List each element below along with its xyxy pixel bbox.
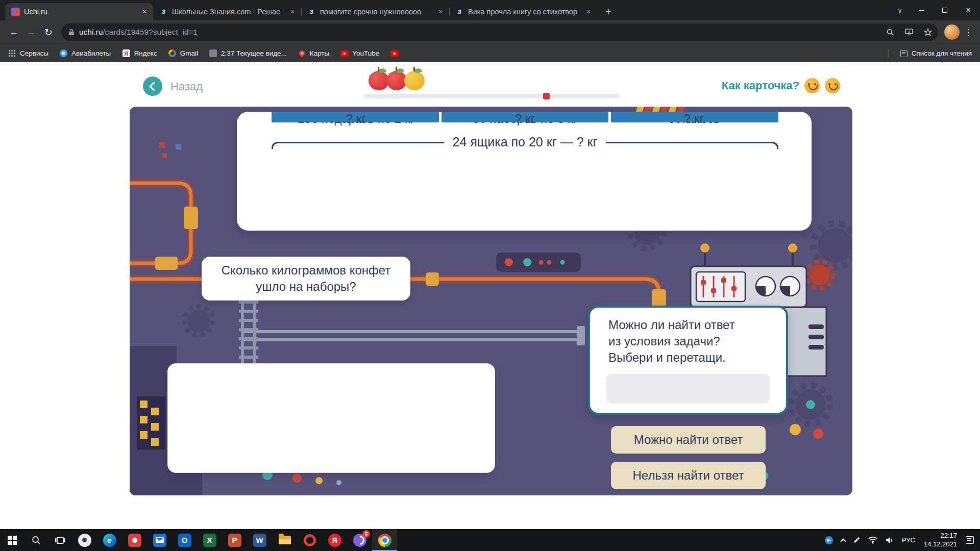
tab-znanija-1[interactable]: Школьные Знания.com - Решае × (153, 3, 301, 20)
taskbar-app-viber[interactable]: 3 (347, 529, 372, 551)
taskbar-app-edge[interactable] (97, 529, 122, 551)
gmail-favicon (168, 49, 177, 58)
maps-pin-icon (298, 49, 306, 58)
taskbar-app-chrome[interactable] (372, 529, 397, 551)
address-bar[interactable]: uchi.ru/cards/19459?subject_id=1 (61, 23, 938, 41)
bookmark-video[interactable]: 2:37 Текущее виде... (209, 49, 287, 58)
tray-app-button[interactable] (821, 529, 837, 551)
action-center-button[interactable] (962, 529, 978, 551)
problem-diagram-card: 24 ящика по 20 кг — ? кг 136 подарков по… (237, 112, 812, 231)
bracket-right (606, 142, 778, 149)
tab-znanija-3[interactable]: Вика прочла книгу со стихотвор × (449, 3, 597, 20)
forward-button[interactable]: → (22, 23, 40, 41)
folder-icon (279, 536, 291, 544)
windows-logo-icon (8, 536, 17, 545)
tab-uchi[interactable]: Uchi.ru × (5, 3, 153, 20)
pixel-decorations (159, 142, 181, 158)
round-app-icon (78, 534, 91, 547)
taskbar-clock[interactable]: 22:17 14.12.2021 (919, 532, 962, 549)
diagram-value: ? кг (272, 112, 440, 126)
taskbar-app-round[interactable] (72, 529, 97, 551)
apps-shortcut[interactable]: Сервисы (8, 49, 48, 58)
tab-search-button[interactable]: ∨ (890, 0, 910, 20)
taskbar-apps: 3 (72, 529, 397, 551)
refresh-button[interactable]: ↻ (40, 23, 57, 41)
emoji-smile-icon[interactable] (825, 78, 840, 93)
menu-kebab-icon[interactable]: ⋮ (962, 27, 975, 38)
taskbar-app-word[interactable] (247, 529, 272, 551)
yandex-favicon (122, 49, 130, 58)
word-icon (253, 534, 266, 547)
new-tab-button[interactable]: + (601, 5, 616, 19)
uchi-favicon (11, 8, 20, 16)
tab-close-icon[interactable]: × (584, 7, 593, 16)
emoji-laugh-icon[interactable] (804, 78, 820, 93)
minimize-button[interactable] (910, 0, 933, 20)
game-back-button[interactable] (143, 77, 162, 96)
tab-title: Школьные Знания.com - Решае (172, 8, 284, 16)
bookmark-maps[interactable]: Карты (298, 49, 329, 58)
reading-list-label: Список для чтения (912, 49, 972, 57)
tab-close-icon[interactable]: × (436, 7, 445, 16)
answer-drop-area[interactable] (167, 363, 495, 473)
diagram-value: ? кг (609, 112, 778, 126)
url-text: uchi.ru/cards/19459?subject_id=1 (79, 28, 198, 37)
bookmark-label: 2:37 Текущее виде... (221, 49, 287, 57)
game-header: Назад Как карточка? (130, 67, 852, 107)
drag-slot[interactable] (606, 374, 770, 404)
tab-close-icon[interactable]: × (288, 7, 297, 16)
bookmark-youtube-icononly[interactable] (390, 49, 399, 58)
taskbar-app-yandex[interactable] (322, 529, 347, 551)
tray-expand-button[interactable] (837, 529, 849, 551)
lock-icon (68, 29, 75, 36)
bookmarks-bar: Сервисы Авиабилеты Яндекс Gmail 2:37 Тек… (0, 44, 980, 62)
close-button[interactable]: × (957, 0, 980, 20)
volume-button[interactable] (881, 529, 898, 551)
bookmark-youtube[interactable]: YouTube (340, 49, 379, 58)
chrome-icon (378, 534, 391, 547)
minimize-icon (919, 10, 924, 11)
mail-icon (153, 534, 166, 547)
tray-app-icon (825, 536, 833, 544)
tab-strip: Uchi.ru × Школьные Знания.com - Решае × … (0, 3, 616, 20)
browser-titlebar: Uchi.ru × Школьные Знания.com - Решае × … (0, 0, 980, 20)
reading-list-button[interactable]: Список для чтения (900, 49, 972, 58)
answer-option-cannot[interactable]: Нельзя найти ответ (611, 462, 766, 489)
prompt-line: из условия задачи? (608, 333, 776, 349)
start-button[interactable] (0, 529, 24, 551)
profile-avatar[interactable] (944, 24, 960, 40)
taskbar-search-button[interactable] (24, 529, 48, 551)
back-button[interactable]: ← (5, 23, 22, 41)
network-button[interactable] (864, 529, 881, 551)
powerpoint-icon (228, 534, 241, 547)
bookmark-gmail[interactable]: Gmail (168, 49, 198, 58)
zoom-icon[interactable] (883, 25, 897, 39)
taskbar-app-explorer[interactable] (272, 529, 297, 551)
taskbar-app-outlook[interactable] (172, 529, 197, 551)
taskbar-app-store[interactable] (122, 529, 147, 551)
tab-znanija-2[interactable]: помогите срочно нужноооооо × (301, 3, 449, 20)
prompt-line: Можно ли найти ответ (608, 317, 776, 333)
tab-close-icon[interactable]: × (140, 7, 149, 16)
game-back-label: Назад (170, 80, 203, 93)
bookmark-star-icon[interactable] (921, 25, 935, 39)
video-favicon (209, 49, 217, 58)
taskbar-app-powerpoint[interactable] (222, 529, 247, 551)
taskbar-app-mail[interactable] (147, 529, 172, 551)
taskbar-app-excel[interactable] (197, 529, 222, 551)
how-card-link[interactable]: Как карточка? (722, 79, 799, 92)
maximize-button[interactable] (933, 0, 957, 20)
url-domain: uchi.ru (79, 28, 103, 36)
system-tray: РУС 22:17 14.12.2021 (821, 529, 980, 551)
taskbar-app-opera[interactable] (297, 529, 322, 551)
bookmark-label: YouTube (352, 49, 379, 57)
bookmark-aviabilety[interactable]: Авиабилеты (60, 49, 111, 58)
task-view-button[interactable] (48, 529, 72, 551)
question-line: Сколько килограммов конфет (222, 262, 391, 279)
language-indicator[interactable]: РУС (898, 529, 919, 551)
znanija-favicon (307, 8, 316, 16)
answer-option-can[interactable]: Можно найти ответ (611, 426, 766, 454)
bookmark-yandex[interactable]: Яндекс (122, 49, 157, 58)
tray-pen-button[interactable] (849, 529, 864, 551)
share-icon[interactable] (902, 25, 916, 39)
